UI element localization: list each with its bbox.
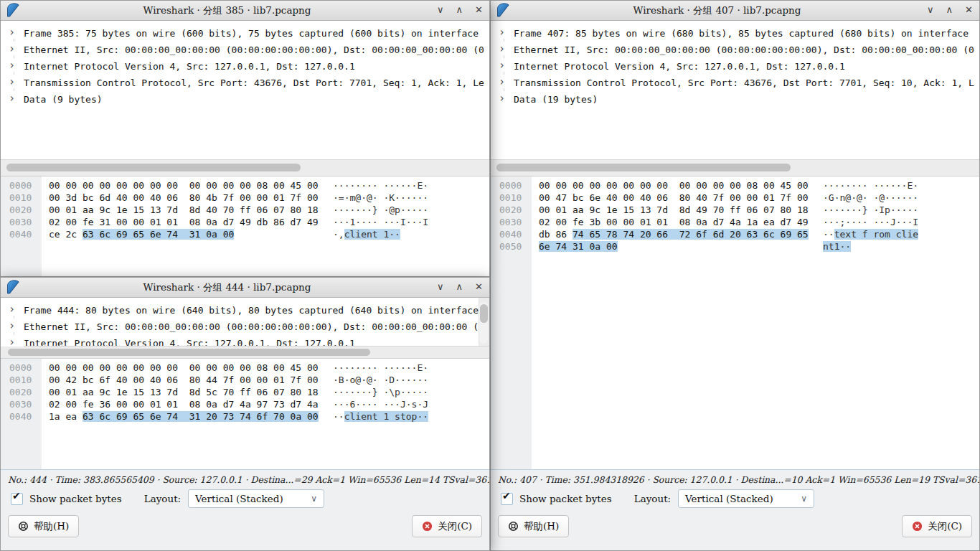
close-window-icon[interactable]: ✕ — [475, 281, 483, 293]
ascii-bytes[interactable]: ·,client 1·· — [333, 229, 400, 240]
ascii-bytes[interactable]: ·B·o@·@· ·D······ — [333, 375, 428, 385]
packet-tree-row[interactable]: ›Ethernet II, Src: 00:00:00_00:00:00 (00… — [1, 319, 479, 335]
hex-bytes[interactable]: 02 00 fe 31 00 00 01 01 08 0a d7 49 db 8… — [49, 216, 327, 228]
titlebar[interactable]: Wireshark · 分组 407 · lib7.pcapng ∨ ∧ ✕ — [491, 1, 979, 21]
hex-dump-row[interactable]: 00401a ea 63 6c 69 65 6e 74 31 20 73 74 … — [1, 410, 489, 423]
tree-vertical-scrollbar[interactable] — [479, 302, 488, 344]
show-packet-bytes-checkbox[interactable]: ✔ — [11, 493, 23, 505]
packet-tree-row[interactable]: ›Ethernet II, Src: 00:00:00_00:00:00 (00… — [491, 42, 979, 58]
packet-tree-row[interactable]: ›Transmission Control Protocol, Src Port… — [1, 75, 489, 91]
ascii-bytes[interactable]: ········ ······E· — [823, 180, 918, 191]
ascii-bytes[interactable]: ·······} ·\p····· — [333, 387, 428, 397]
hex-dump-row[interactable]: 000000 00 00 00 00 00 00 00 00 00 00 00 … — [1, 179, 489, 192]
expander-chevron-icon[interactable]: › — [491, 25, 514, 39]
packet-details-tree[interactable]: ›Frame 385: 75 bytes on wire (600 bits),… — [1, 21, 489, 176]
packet-details-tree[interactable]: ›Frame 444: 80 bytes on wire (640 bits),… — [1, 298, 489, 358]
minimize-icon[interactable]: ∨ — [437, 281, 444, 293]
hex-bytes[interactable]: 00 01 aa 9c 1e 15 13 7d 8d 49 70 ff 06 0… — [539, 204, 817, 216]
expander-chevron-icon[interactable]: › — [1, 42, 24, 55]
expander-chevron-icon[interactable]: › — [491, 75, 514, 88]
expander-chevron-icon[interactable]: › — [1, 302, 24, 316]
ascii-bytes[interactable]: ········ ······E· — [333, 180, 428, 191]
hex-dump-pane[interactable]: 000000 00 00 00 00 00 00 00 00 00 00 00 … — [1, 176, 489, 276]
expander-chevron-icon[interactable]: › — [491, 91, 514, 105]
close-button[interactable]: 关闭(C) — [902, 515, 972, 537]
hex-bytes[interactable]: 00 00 00 00 00 00 00 00 00 00 00 00 08 0… — [49, 179, 327, 192]
hex-dump-row[interactable]: 0040ce 2c 63 6c 69 65 6e 74 31 0a 00·,cl… — [1, 228, 489, 240]
hex-dump-row[interactable]: 002000 01 aa 9c 1e 15 13 7d 8d 5c 70 ff … — [1, 386, 489, 398]
hex-dump-row[interactable]: 001000 42 bc 6f 40 00 40 06 80 44 7f 00 … — [1, 374, 489, 386]
close-button[interactable]: 关闭(C) — [412, 515, 482, 537]
hex-dump-row[interactable]: 003002 00 fe 3b 00 00 01 01 08 0a d7 4a … — [491, 216, 979, 228]
show-packet-bytes-checkbox[interactable]: ✔ — [501, 493, 513, 505]
ascii-bytes[interactable]: ···;···· ···J···I — [823, 217, 918, 227]
ascii-bytes[interactable]: ··text f rom clie — [823, 229, 918, 240]
hex-bytes[interactable]: ce 2c 63 6c 69 65 6e 74 31 0a 00 — [49, 228, 327, 240]
hex-dump-row[interactable]: 000000 00 00 00 00 00 00 00 00 00 00 00 … — [1, 362, 489, 374]
hex-dump-row[interactable]: 003002 00 fe 36 00 00 01 01 08 0a d7 4a … — [1, 398, 489, 410]
tree-horizontal-scrollbar[interactable] — [491, 159, 979, 176]
expander-chevron-icon[interactable]: › — [1, 91, 24, 105]
packet-tree-row[interactable]: ›Internet Protocol Version 4, Src: 127.0… — [1, 335, 479, 347]
hex-bytes[interactable]: 00 00 00 00 00 00 00 00 00 00 00 00 08 0… — [539, 179, 817, 192]
ascii-bytes[interactable]: ··client 1 stop·· — [333, 411, 428, 422]
hex-bytes[interactable]: 02 00 fe 36 00 00 01 01 08 0a d7 4a 97 7… — [49, 398, 327, 410]
expander-chevron-icon[interactable]: › — [1, 75, 24, 88]
ascii-bytes[interactable]: ·······} ·Ip····· — [823, 204, 918, 215]
packet-tree-row[interactable]: ›Transmission Control Protocol, Src Port… — [491, 75, 979, 91]
packet-tree-row[interactable]: ›Data (9 bytes) — [1, 91, 489, 108]
packet-details-tree[interactable]: ›Frame 407: 85 bytes on wire (680 bits),… — [491, 21, 979, 176]
expander-chevron-icon[interactable]: › — [1, 25, 24, 39]
ascii-bytes[interactable]: ·G·n@·@· ·@······ — [823, 192, 918, 203]
hex-dump-row[interactable]: 002000 01 aa 9c 1e 15 13 7d 8d 49 70 ff … — [491, 204, 979, 216]
show-packet-bytes-label[interactable]: Show packet bytes — [519, 493, 612, 504]
packet-tree-row[interactable]: ›Frame 444: 80 bytes on wire (640 bits),… — [1, 302, 479, 319]
highlighted-ascii-bytes[interactable]: nt1·· — [823, 241, 851, 252]
ascii-bytes[interactable]: ········ ······E· — [333, 362, 428, 373]
highlighted-ascii-bytes[interactable]: text f rom clie — [834, 229, 918, 240]
hex-dump-pane[interactable]: 000000 00 00 00 00 00 00 00 00 00 00 00 … — [1, 358, 489, 469]
hex-bytes[interactable]: 00 01 aa 9c 1e 15 13 7d 8d 5c 70 ff 06 0… — [49, 386, 327, 398]
hex-dump-row[interactable]: 00506e 74 31 0a 00nt1·· — [491, 240, 979, 253]
expander-chevron-icon[interactable]: › — [1, 319, 24, 332]
close-window-icon[interactable]: ✕ — [965, 4, 973, 17]
highlighted-hex-bytes[interactable]: 63 6c 69 65 6e 74 31 0a 00 — [83, 229, 234, 240]
packet-tree-row[interactable]: ›Frame 385: 75 bytes on wire (600 bits),… — [1, 25, 489, 42]
hex-dump-row[interactable]: 0040db 86 74 65 78 74 20 66 72 6f 6d 20 … — [491, 228, 979, 240]
titlebar[interactable]: Wireshark · 分组 385 · lib7.pcapng ∨ ∧ ✕ — [1, 1, 489, 21]
hex-bytes[interactable]: 00 00 00 00 00 00 00 00 00 00 00 00 08 0… — [49, 362, 327, 374]
vertical-scrollbar-thumb[interactable] — [480, 304, 488, 323]
help-button[interactable]: 帮助(H) — [498, 515, 569, 537]
horizontal-scrollbar-thumb[interactable] — [8, 349, 370, 356]
highlighted-ascii-bytes[interactable]: client 1·· — [344, 229, 400, 240]
horizontal-scrollbar-thumb[interactable] — [496, 164, 791, 171]
hex-bytes[interactable]: 00 47 bc 6e 40 00 40 06 80 40 7f 00 00 0… — [539, 192, 817, 204]
packet-tree-row[interactable]: ›Internet Protocol Version 4, Src: 127.0… — [1, 58, 489, 75]
packet-tree-row[interactable]: ›Frame 407: 85 bytes on wire (680 bits),… — [491, 25, 979, 42]
hex-bytes[interactable]: 00 42 bc 6f 40 00 40 06 80 44 7f 00 00 0… — [49, 374, 327, 386]
hex-bytes[interactable]: 00 3d bc 6d 40 00 40 06 80 4b 7f 00 00 0… — [49, 192, 327, 204]
hex-dump-row[interactable]: 001000 47 bc 6e 40 00 40 06 80 40 7f 00 … — [491, 192, 979, 204]
expander-chevron-icon[interactable]: › — [491, 58, 514, 72]
ascii-bytes[interactable]: ···1···· ···I···I — [333, 217, 428, 227]
hex-dump-row[interactable]: 001000 3d bc 6d 40 00 40 06 80 4b 7f 00 … — [1, 192, 489, 204]
packet-tree-row[interactable]: ›Internet Protocol Version 4, Src: 127.0… — [491, 58, 979, 75]
minimize-icon[interactable]: ∨ — [927, 4, 934, 17]
expander-chevron-icon[interactable]: › — [1, 58, 24, 72]
ascii-bytes[interactable]: ·=·m@·@· ·K······ — [333, 192, 428, 203]
ascii-bytes[interactable]: nt1·· — [823, 241, 851, 252]
expander-chevron-icon[interactable]: › — [491, 42, 514, 55]
hex-dump-pane[interactable]: 000000 00 00 00 00 00 00 00 00 00 00 00 … — [491, 176, 979, 469]
packet-tree-row[interactable]: ›Data (19 bytes) — [491, 91, 979, 108]
tree-horizontal-scrollbar[interactable] — [1, 346, 489, 358]
minimize-icon[interactable]: ∨ — [437, 4, 444, 17]
highlighted-hex-bytes[interactable]: 63 6c 69 65 6e 74 31 20 73 74 6f 70 0a 0… — [83, 411, 319, 422]
ascii-bytes[interactable]: ·······} ·@p····· — [333, 204, 428, 215]
maximize-icon[interactable]: ∧ — [946, 4, 953, 17]
expander-chevron-icon[interactable]: › — [1, 335, 24, 347]
close-window-icon[interactable]: ✕ — [475, 4, 483, 17]
hex-dump-row[interactable]: 003002 00 fe 31 00 00 01 01 08 0a d7 49 … — [1, 216, 489, 228]
highlighted-hex-bytes[interactable]: 74 65 78 74 20 66 72 6f 6d 20 63 6c 69 6… — [573, 229, 809, 240]
hex-bytes[interactable]: 00 01 aa 9c 1e 15 13 7d 8d 40 70 ff 06 0… — [49, 204, 327, 216]
titlebar[interactable]: Wireshark · 分组 444 · lib7.pcapng ∨ ∧ ✕ — [1, 278, 489, 298]
